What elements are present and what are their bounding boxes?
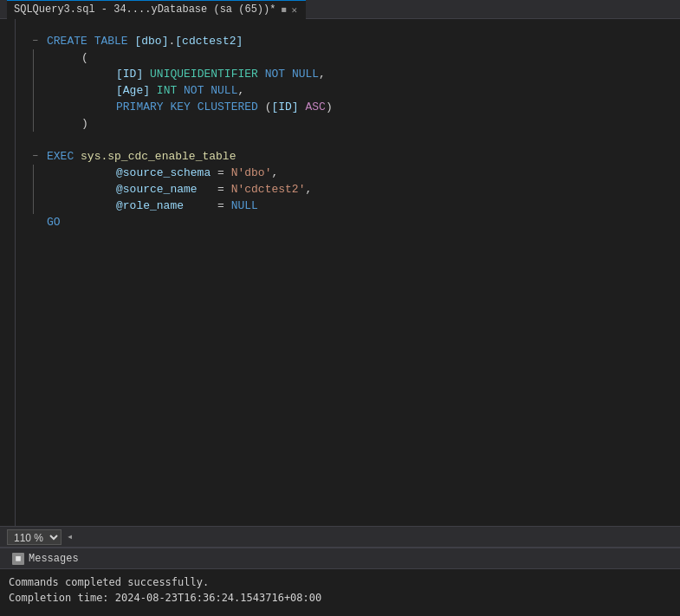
fold-indicator bbox=[16, 198, 42, 214]
token-kw-blue: TABLE bbox=[94, 35, 128, 48]
message-line2: Completion time: 2024-08-23T16:36:24.154… bbox=[9, 590, 671, 606]
token-identifier: [ID] bbox=[271, 101, 298, 113]
messages-tab[interactable]: ▦ Messages bbox=[3, 551, 87, 567]
token-plain: ) bbox=[81, 117, 88, 130]
code-line: ) bbox=[16, 115, 680, 132]
messages-icon: ▦ bbox=[12, 553, 24, 565]
scroll-left-icon[interactable]: ◂ bbox=[67, 530, 73, 543]
token-plain bbox=[258, 68, 265, 81]
title-bar: SQLQuery3.sql - 34....yDatabase (sa (65)… bbox=[0, 0, 680, 19]
token-kw-blue: NOT bbox=[184, 84, 204, 97]
token-kw-blue: NOT bbox=[265, 68, 285, 81]
token-plain bbox=[285, 68, 292, 81]
messages-tab-label: Messages bbox=[29, 553, 79, 565]
line-content: @role_name = NULL bbox=[42, 198, 680, 214]
token-plain: ) bbox=[326, 101, 333, 113]
fold-indicator bbox=[16, 82, 42, 99]
token-kw-blue: PRIMARY bbox=[116, 101, 164, 113]
message-line1: Commands completed successfully. bbox=[9, 574, 671, 590]
token-plain bbox=[143, 68, 150, 81]
code-line: @source_name = N'cdctest2', bbox=[16, 181, 680, 198]
token-plain bbox=[191, 101, 198, 113]
line-content bbox=[42, 132, 680, 148]
token-plain: = bbox=[198, 199, 231, 212]
token-str-red: N'dbo' bbox=[231, 166, 272, 179]
editor-gutter bbox=[0, 19, 16, 526]
token-plain: = bbox=[210, 166, 230, 179]
token-kw-blue: CLUSTERED bbox=[198, 101, 258, 113]
messages-tab-bar: ▦ Messages bbox=[0, 548, 680, 569]
code-line: GO bbox=[16, 214, 680, 230]
code-line: [Age] INT NOT NULL, bbox=[16, 82, 680, 99]
line-content: PRIMARY KEY CLUSTERED ([ID] ASC) bbox=[42, 99, 680, 115]
fold-indicator bbox=[16, 115, 42, 132]
token-plain: ( bbox=[81, 51, 88, 64]
line-content: ( bbox=[42, 49, 680, 66]
token-kw-blue: NULL bbox=[292, 68, 319, 81]
token-plain bbox=[87, 35, 94, 48]
line-content: GO bbox=[42, 214, 680, 230]
code-content: −CREATE TABLE [dbo].[cdctest2]([ID] UNIQ… bbox=[16, 26, 680, 237]
code-line: @source_schema = N'dbo', bbox=[16, 165, 680, 181]
zoom-select[interactable]: 75 %100 %110 %125 %150 %200 % bbox=[7, 529, 62, 545]
token-kw-blue2: INT bbox=[157, 84, 177, 97]
token-kw-purple: ASC bbox=[306, 101, 326, 113]
line-content: @source_name = N'cdctest2', bbox=[42, 181, 680, 198]
tab-bar: SQLQuery3.sql - 34....yDatabase (sa (65)… bbox=[7, 0, 673, 19]
line-content: CREATE TABLE [dbo].[cdctest2] bbox=[42, 33, 680, 49]
fold-indicator[interactable]: − bbox=[16, 33, 42, 49]
token-kw-blue: EXEC bbox=[47, 150, 74, 163]
code-line bbox=[16, 132, 680, 148]
code-line: PRIMARY KEY CLUSTERED ([ID] ASC) bbox=[16, 99, 680, 115]
messages-content: Commands completed successfully. Complet… bbox=[0, 569, 680, 611]
bottom-bar: 75 %100 %110 %125 %150 %200 % ◂ bbox=[0, 526, 680, 547]
close-icon[interactable]: ✕ bbox=[291, 4, 297, 16]
code-line: ( bbox=[16, 49, 680, 66]
token-plain: , bbox=[237, 84, 244, 97]
token-kw-exec: sys.sp_cdc_enable_table bbox=[81, 150, 236, 163]
token-identifier: [cdctest2] bbox=[175, 35, 243, 48]
code-line: [ID] UNIQUEIDENTIFIER NOT NULL, bbox=[16, 66, 680, 82]
editor-area: −CREATE TABLE [dbo].[cdctest2]([ID] UNIQ… bbox=[0, 19, 680, 526]
fold-indicator bbox=[16, 181, 42, 198]
token-kw-blue: KEY bbox=[170, 101, 190, 113]
line-content: ) bbox=[42, 115, 680, 132]
token-plain bbox=[74, 150, 81, 163]
line-content: @source_schema = N'dbo', bbox=[42, 165, 680, 181]
token-plain: , bbox=[319, 68, 326, 81]
token-kw-blue: NULL bbox=[210, 84, 237, 97]
token-identifier: [ID] bbox=[116, 68, 143, 81]
token-at-param: @role_name bbox=[116, 199, 198, 212]
fold-indicator bbox=[16, 214, 42, 230]
token-plain bbox=[177, 84, 184, 97]
pin-icon[interactable]: ◼ bbox=[281, 4, 286, 15]
tab-label: SQLQuery3.sql - 34....yDatabase (sa (65)… bbox=[14, 3, 275, 16]
code-editor[interactable]: −CREATE TABLE [dbo].[cdctest2]([ID] UNIQ… bbox=[16, 19, 680, 526]
token-identifier: [Age] bbox=[116, 84, 150, 97]
token-plain: , bbox=[271, 166, 278, 179]
fold-indicator bbox=[16, 132, 42, 148]
token-kw-go: GO bbox=[47, 216, 61, 229]
token-plain: = bbox=[204, 183, 230, 196]
token-plain bbox=[299, 101, 306, 113]
token-at-param: @source_name bbox=[116, 183, 204, 196]
line-content: [Age] INT NOT NULL, bbox=[42, 82, 680, 99]
token-plain: , bbox=[305, 183, 312, 196]
token-kw-blue: CREATE bbox=[47, 35, 87, 48]
fold-indicator bbox=[16, 165, 42, 181]
code-line: −CREATE TABLE [dbo].[cdctest2] bbox=[16, 33, 680, 49]
token-identifier: [dbo] bbox=[134, 35, 168, 48]
token-str-red: N'cdctest2' bbox=[231, 183, 306, 196]
code-line: −EXEC sys.sp_cdc_enable_table bbox=[16, 148, 680, 165]
line-content: [ID] UNIQUEIDENTIFIER NOT NULL, bbox=[42, 66, 680, 82]
query-tab[interactable]: SQLQuery3.sql - 34....yDatabase (sa (65)… bbox=[7, 0, 306, 19]
token-kw-blue2: UNIQUEIDENTIFIER bbox=[150, 68, 258, 81]
fold-indicator bbox=[16, 66, 42, 82]
fold-indicator bbox=[16, 49, 42, 66]
token-kw-blue: NULL bbox=[231, 199, 258, 212]
fold-indicator[interactable]: − bbox=[16, 148, 42, 165]
line-content: EXEC sys.sp_cdc_enable_table bbox=[42, 148, 680, 165]
code-line: @role_name = NULL bbox=[16, 198, 680, 214]
token-at-param: @source_schema bbox=[116, 166, 210, 179]
token-plain bbox=[150, 84, 157, 97]
